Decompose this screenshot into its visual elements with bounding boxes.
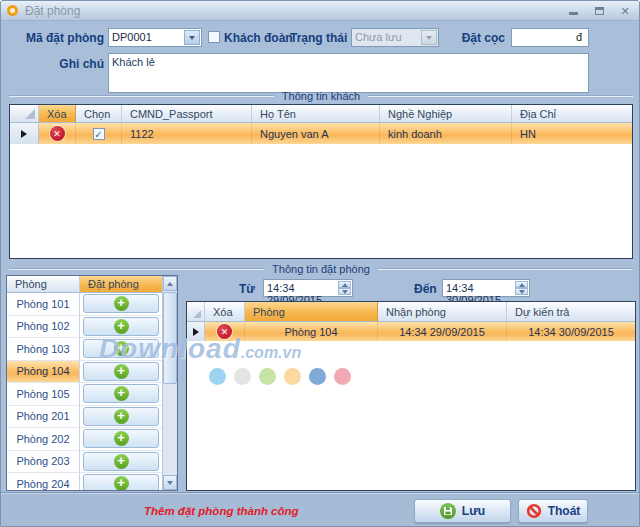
column-header-job[interactable]: Nghề Nghiệp: [380, 105, 512, 123]
column-header-checkout[interactable]: Dự kiến trả: [507, 302, 635, 322]
minimize-button[interactable]: [567, 5, 579, 17]
arrow-down-icon: [167, 481, 173, 485]
add-room-button[interactable]: +: [83, 384, 159, 403]
spin-up-button[interactable]: [515, 281, 528, 288]
add-room-button[interactable]: +: [83, 474, 159, 491]
delete-icon[interactable]: ✕: [50, 126, 65, 141]
room-name-cell[interactable]: Phòng 202: [7, 428, 80, 451]
select-all-cell[interactable]: [10, 105, 39, 123]
room-book-cell: +: [80, 293, 162, 316]
guest-info-divider: Thông tin khách: [9, 90, 633, 102]
add-room-button[interactable]: +: [83, 294, 159, 313]
room-name-cell[interactable]: Phòng 204: [7, 473, 80, 491]
room-name-cell[interactable]: Phòng 104: [7, 361, 80, 384]
spin-up-button[interactable]: [338, 281, 351, 288]
scroll-down-button[interactable]: [163, 475, 177, 490]
arrow-down-icon: [519, 290, 525, 294]
group-guest-checkbox[interactable]: [208, 31, 220, 43]
add-room-button[interactable]: +: [83, 452, 159, 471]
column-header-book[interactable]: Đặt phòng: [80, 276, 162, 293]
room-row: Phòng 103+: [7, 338, 162, 361]
booking-code-combobox[interactable]: DP0001: [108, 28, 202, 47]
booking-info-title: Thông tin đặt phòng: [264, 263, 378, 275]
booking-code-dropdown-button[interactable]: [184, 30, 200, 45]
room-name-cell[interactable]: Phòng 102: [7, 316, 80, 339]
select-all-cell[interactable]: [187, 302, 205, 322]
spin-down-button[interactable]: [338, 288, 351, 295]
room-name-cell[interactable]: Phòng 203: [7, 451, 80, 474]
to-datetime-picker[interactable]: 14:34 30/09/2015: [442, 279, 530, 297]
from-datetime-picker[interactable]: 14:34 29/09/2015: [263, 279, 353, 297]
close-button[interactable]: ✕: [619, 5, 631, 17]
delete-booking-cell[interactable]: ✕: [205, 322, 245, 341]
room-row: Phòng 102+: [7, 316, 162, 339]
guest-table-header: Xóa Chọn CMND_Passport Họ Tên Nghề Nghiệ…: [10, 105, 632, 123]
status-combobox[interactable]: Chưa lưu: [351, 28, 439, 47]
deposit-input[interactable]: đ: [511, 28, 589, 47]
room-name-cell[interactable]: Phòng 201: [7, 406, 80, 429]
row-indicator: [187, 322, 205, 341]
add-icon: +: [114, 319, 129, 334]
save-icon: [440, 503, 456, 519]
spin-down-button[interactable]: [515, 288, 528, 295]
guest-table: Xóa Chọn CMND_Passport Họ Tên Nghề Nghiệ…: [9, 104, 633, 259]
column-header-name[interactable]: Họ Tên: [252, 105, 380, 123]
room-book-cell: +: [80, 473, 162, 491]
add-room-button[interactable]: +: [83, 407, 159, 426]
column-header-checkin[interactable]: Nhận phòng: [378, 302, 507, 322]
add-icon: +: [114, 296, 129, 311]
maximize-button[interactable]: [593, 5, 605, 17]
booking-table-row[interactable]: ✕ Phòng 104 14:34 29/09/2015 14:34 30/09…: [187, 322, 635, 341]
arrow-up-icon: [519, 283, 525, 287]
add-room-button[interactable]: +: [83, 362, 159, 381]
add-room-button[interactable]: +: [83, 429, 159, 448]
chevron-down-icon: [426, 36, 432, 40]
add-room-button[interactable]: +: [83, 339, 159, 358]
select-guest-cell[interactable]: ✓: [76, 123, 122, 144]
column-header-select[interactable]: Chọn: [76, 105, 122, 123]
room-name-cell[interactable]: Phòng 103: [7, 338, 80, 361]
room-book-cell: +: [80, 406, 162, 429]
delete-icon[interactable]: ✕: [217, 324, 232, 339]
add-icon: +: [114, 386, 129, 401]
column-header-delete[interactable]: Xóa: [39, 105, 76, 123]
rooms-table-header: Phòng Đặt phòng: [7, 276, 162, 293]
scroll-up-button[interactable]: [163, 276, 177, 291]
column-header-room[interactable]: Phòng: [245, 302, 378, 322]
room-name-cell[interactable]: Phòng 101: [7, 293, 80, 316]
column-header-address[interactable]: Địa Chỉ: [512, 105, 632, 123]
booking-room: Phòng 104: [245, 322, 378, 341]
currency-suffix: đ: [573, 29, 585, 45]
to-label: Đến: [414, 282, 437, 296]
status-dropdown-button[interactable]: [421, 30, 437, 45]
booking-info-divider: Thông tin đặt phòng: [9, 263, 633, 275]
room-name-cell[interactable]: Phòng 105: [7, 383, 80, 406]
guest-info-title: Thông tin khách: [274, 90, 368, 102]
guest-table-row[interactable]: ✕ ✓ 1122 Nguyen van A kinh doanh HN: [10, 123, 632, 144]
from-spinner: [338, 281, 351, 295]
group-guest-label: Khách đoàn: [224, 31, 293, 45]
window-title: Đặt phòng: [25, 4, 80, 18]
notes-textarea[interactable]: Khách lẻ: [108, 53, 589, 93]
guest-name: Nguyen van A: [252, 123, 380, 144]
exit-button[interactable]: Thoát: [518, 499, 588, 523]
rooms-scrollbar[interactable]: [162, 276, 177, 490]
corner-triangle-icon: [25, 109, 35, 119]
exit-button-label: Thoát: [548, 504, 581, 518]
column-header-delete[interactable]: Xóa: [205, 302, 245, 322]
scrollbar-thumb[interactable]: [163, 292, 177, 384]
row-indicator: [10, 123, 39, 144]
status-message: Thêm đặt phòng thành công: [144, 505, 299, 517]
delete-guest-cell[interactable]: ✕: [39, 123, 76, 144]
room-row: Phòng 202+: [7, 428, 162, 451]
corner-triangle-icon: [193, 310, 201, 318]
column-header-cmnd[interactable]: CMND_Passport: [122, 105, 252, 123]
add-icon: +: [114, 431, 129, 446]
row-arrow-icon: [21, 130, 27, 138]
room-book-cell: +: [80, 451, 162, 474]
guest-checked-checkbox[interactable]: ✓: [93, 128, 105, 140]
save-button[interactable]: Lưu: [414, 499, 511, 523]
column-header-room[interactable]: Phòng: [7, 276, 80, 293]
add-room-button[interactable]: +: [83, 317, 159, 336]
booking-dialog: Đặt phòng ✕ Mã đặt phòng DP0001 Khách đo…: [0, 0, 640, 527]
